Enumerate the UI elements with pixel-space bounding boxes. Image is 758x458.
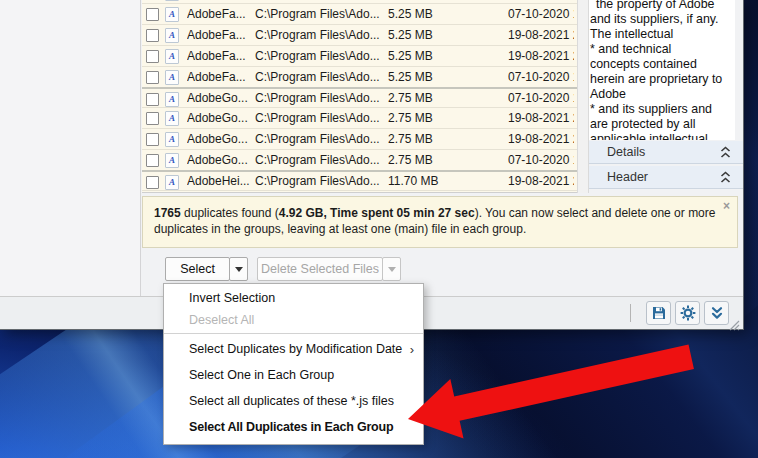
file-name: AdobeGo... [187,153,251,167]
file-size: 5.25 MB [388,49,458,63]
close-icon[interactable]: × [723,198,730,214]
left-empty-panel [0,0,141,296]
font-file-icon: A [165,7,179,22]
menu-item-label: Deselect All [189,313,254,327]
delete-selected-files-button[interactable]: Delete Selected Files [257,257,383,281]
gear-icon [680,305,696,321]
preview-text-line: * and its suppliers and [589,102,735,117]
menu-item-deselect-all[interactable]: Deselect All [164,309,423,331]
preview-text-line: are protected by all [589,117,735,132]
select-button[interactable]: Select [165,257,230,281]
table-row[interactable]: AAdobeGo...C:\Program Files\Ado...2.75 M… [142,108,577,129]
file-name: AdobeGo... [187,132,251,146]
row-checkbox[interactable] [146,93,159,106]
app-window: AAdobeFa...C:\Program Files\Ado...5.25 M… [0,0,744,330]
table-row[interactable]: AAdobeGo...C:\Program Files\Ado...2.75 M… [142,87,577,108]
table-row[interactable]: AAdobeFa...C:\Program Files\Ado...5.25 M… [142,67,577,88]
toolbar-separator [630,304,631,322]
preview-text-line: the property of Adobe [589,0,735,12]
file-date: 19-08-2021 23... [508,111,574,125]
row-checkbox[interactable] [146,112,159,125]
row-checkbox[interactable] [146,50,159,63]
file-size: 2.75 MB [388,132,458,146]
table-row[interactable]: AAdobeFa...C:\Program Files\Ado...5.25 M… [142,46,577,67]
row-checkbox[interactable] [146,154,159,167]
font-file-icon: A [165,111,179,126]
menu-item-label: Select Duplicates by Modification Date [189,342,402,356]
font-file-icon: A [165,0,179,1]
file-path: C:\Program Files\Ado... [255,153,385,167]
preview-text-line: The intellectual [589,27,735,42]
table-row[interactable]: AAdobeGo...C:\Program Files\Ado...2.75 M… [142,150,577,171]
file-path: C:\Program Files\Ado... [255,70,385,84]
row-checkbox[interactable] [146,71,159,84]
select-dropdown-arrow[interactable] [229,257,248,281]
details-section-label: Details [607,145,645,159]
font-file-icon: A [165,49,179,64]
save-button[interactable] [646,301,671,325]
save-icon [651,305,667,321]
file-name: AdobeFa... [187,28,251,42]
menu-item-label: Invert Selection [189,291,275,305]
row-checkbox[interactable] [146,29,159,42]
font-file-icon: A [165,132,179,147]
table-row[interactable]: AAdobeFa...C:\Program Files\Ado...5.25 M… [142,25,577,46]
file-date: 07-10-2020 11... [508,153,574,167]
chevron-down-icon [388,267,396,272]
header-section-bar[interactable]: Header [589,166,743,189]
file-date: 07-10-2020 11... [508,70,574,84]
file-date: 19-08-2021 23... [508,132,574,146]
file-preview-text: the property of Adobeand its suppliers, … [589,0,735,140]
font-file-icon: A [165,70,179,85]
row-checkbox[interactable] [146,176,159,189]
resize-grip[interactable] [729,317,740,335]
menu-item-select-one-in-each-group[interactable]: Select One in Each Group [164,362,423,388]
preview-text-line: concepts contained [589,57,735,72]
font-file-icon: A [165,175,179,190]
chevron-down-icon [235,267,243,272]
table-scrollbar[interactable] [577,0,589,193]
status-text-segment: duplicates found ( [181,206,279,220]
font-file-icon: A [165,153,179,168]
menu-item-select-duplicates-by-modification-date[interactable]: Select Duplicates by Modification Date› [164,336,423,362]
submenu-arrow-icon: › [410,342,414,357]
details-section-bar[interactable]: Details [589,141,743,164]
file-size: 5.25 MB [388,28,458,42]
file-path: C:\Program Files\Ado... [255,49,385,63]
row-checkbox[interactable] [146,8,159,21]
file-path: C:\Program Files\Ado... [255,132,385,146]
select-dropdown-menu: Invert SelectionDeselect AllSelect Dupli… [163,283,424,445]
file-path: C:\Program Files\Ado... [255,91,385,105]
file-table[interactable]: AAdobeFa...C:\Program Files\Ado...5.25 M… [142,0,577,193]
menu-item-select-all-duplicates-in-each-group[interactable]: Select All Duplicates in Each Group [164,414,423,440]
preview-text-line: Adobe [589,87,735,102]
file-date: 07-10-2020 11... [508,7,574,21]
menu-item-invert-selection[interactable]: Invert Selection [164,287,423,309]
file-path: C:\Program Files\Ado... [255,7,385,21]
file-name: AdobeFa... [187,7,251,21]
expand-button[interactable] [704,301,729,325]
menu-item-label: Select All Duplicates in Each Group [189,420,393,434]
file-size: 5.25 MB [388,70,458,84]
settings-button[interactable] [675,301,700,325]
table-row[interactable]: AAdobeHei...C:\Program Files\Ado...11.70… [142,170,577,191]
collapse-up-icon[interactable] [720,171,731,187]
menu-item-label: Select One in Each Group [189,368,334,382]
preview-panel: the property of Adobeand its suppliers, … [589,0,743,193]
collapse-up-icon[interactable] [720,146,731,162]
delete-dropdown-arrow[interactable] [382,257,401,281]
file-name: AdobeGo... [187,111,251,125]
file-date: 07-10-2020 11... [508,91,574,105]
menu-item-select-all-duplicates-of-these-js-files[interactable]: Select all duplicates of these *.js file… [164,388,423,414]
file-path: C:\Program Files\Ado... [255,111,385,125]
table-row[interactable]: AAdobeFa...C:\Program Files\Ado...5.25 M… [142,4,577,25]
status-text-segment: 1765 [154,206,181,220]
file-date: 19-08-2021 23... [508,174,574,188]
row-checkbox[interactable] [146,133,159,146]
menu-item-label: Select all duplicates of these *.js file… [189,394,394,408]
file-size: 2.75 MB [388,91,458,105]
table-row[interactable]: AAdobeGo...C:\Program Files\Ado...2.75 M… [142,129,577,150]
status-text-segment: ). You can now select and delete one or … [475,206,716,220]
file-name: AdobeFa... [187,49,251,63]
file-path: C:\Program Files\Ado... [255,28,385,42]
